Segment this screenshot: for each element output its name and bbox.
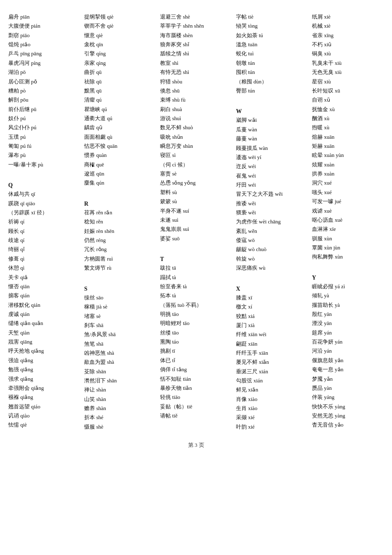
entry: 绮丽 qǐ bbox=[8, 245, 80, 254]
entry: 纤纤玉手 xiān bbox=[236, 349, 308, 358]
entry: 簌簌 sù bbox=[160, 197, 232, 206]
entry: 清癯 qú bbox=[84, 95, 156, 104]
entry: 揠苗助长 yà bbox=[312, 301, 384, 310]
entry: 字帖 tiè bbox=[236, 12, 308, 21]
entry: 掮客 qián bbox=[8, 291, 80, 300]
entry: 荏苒 rěn rǎn bbox=[84, 208, 156, 217]
entry: 恸哭 tòng bbox=[236, 21, 308, 31]
entry: 稔知 rěn bbox=[84, 217, 156, 226]
entry: 怂恿 sǒng yǒng bbox=[160, 178, 232, 187]
entry: 未遂 suì bbox=[160, 216, 232, 225]
entry: 体已 tǐ bbox=[160, 356, 232, 365]
entry: （伺 cì 候） bbox=[160, 160, 232, 169]
entry: 垂涎三尺 xián bbox=[236, 367, 308, 376]
section-header-R: R bbox=[84, 201, 156, 207]
entry: 跋拉 tā bbox=[160, 263, 232, 273]
entry: 百花争妍 yán bbox=[312, 337, 384, 346]
entry: 天堑 qiàn bbox=[8, 328, 80, 337]
entry: 机械 xiè bbox=[312, 21, 384, 31]
entry: 蜕化 tuì bbox=[236, 49, 308, 58]
entry: （另辟蹊 xī 径） bbox=[8, 208, 80, 217]
entry: 缲丝 sāo bbox=[84, 293, 156, 302]
entry: 覃菌 xùn jùn bbox=[312, 243, 384, 252]
entry: 教室 shì bbox=[160, 59, 232, 68]
entry: 山笑 shàn bbox=[84, 395, 156, 404]
entry: 伴装 yáng bbox=[312, 393, 384, 402]
entry: 慑服 shè bbox=[84, 422, 156, 432]
entry: 肖像 xiào bbox=[236, 395, 308, 404]
entry: 煞/杀风景 shā bbox=[84, 330, 156, 339]
entry: 崴脚 wǎi bbox=[236, 116, 308, 125]
entry: 生肖 xiào bbox=[236, 404, 308, 413]
entry: 狩猎 shòu bbox=[160, 77, 232, 86]
entry: 崔鬼 wéi bbox=[236, 171, 308, 180]
entry: 惬否 qiān bbox=[8, 282, 80, 291]
section-header-Y: Y bbox=[312, 275, 384, 281]
entry: 妥贴（帖）tiē bbox=[160, 402, 232, 411]
column-1: 扁舟 piān大腹便便 pián剽窃 piāo馄饨 piǎo乒乓 pīng pā… bbox=[8, 12, 80, 432]
blank-line bbox=[160, 243, 232, 253]
entry: 煞笔 shā bbox=[84, 339, 156, 349]
entry: 糟粕 pò bbox=[8, 86, 80, 95]
entry: 檄文 xí bbox=[236, 302, 308, 311]
entry: 繁文缛节 rù bbox=[84, 263, 156, 273]
entry: 勉强 qiǎng bbox=[8, 365, 80, 374]
entry: 奄奄一息 yǎn bbox=[312, 365, 384, 374]
entry: 风尘仆仆 pú bbox=[8, 123, 80, 132]
entry: 徇私舞弊 xùn bbox=[312, 252, 384, 261]
column-2: 提纲挈领 qiè锲而不舍 qiè惬意 qiè衾枕 qīn引擎 qíng亲家 qì… bbox=[84, 12, 156, 432]
entry: 洞穴 xué bbox=[312, 178, 384, 187]
section-header-T: T bbox=[160, 256, 232, 263]
entry: 推诿 wěi bbox=[236, 199, 308, 208]
column-5: 纸屑 xiè机械 xiè省亲 xīng不朽 xiǔ铜臭 xiù乳臭未干 xiù无… bbox=[312, 12, 384, 432]
entry: 瀑布 pù bbox=[8, 151, 80, 160]
entry: 塞责 sè bbox=[160, 169, 232, 178]
entry: 逡巡 qūn bbox=[84, 169, 156, 178]
entry: 无色无臭 xiù bbox=[312, 68, 384, 77]
entry: 通衢大道 qú bbox=[84, 114, 156, 123]
entry: 深恶痛疾 wù bbox=[236, 263, 308, 273]
entry: 奴仆 pú bbox=[8, 114, 80, 123]
entry: 凶神恶煞 shà bbox=[84, 349, 156, 358]
entry: 关卡 qiǎ bbox=[8, 273, 80, 282]
entry: 强求 qiǎng bbox=[8, 375, 80, 384]
entry: 杳无音信 yǎo bbox=[312, 420, 384, 429]
entry: 不朽 xiǔ bbox=[312, 40, 384, 49]
entry: 锲而不舍 qiè bbox=[84, 21, 156, 31]
entry: 有恃无恐 shì bbox=[160, 68, 232, 77]
entry: 瞿塘峡 qú bbox=[84, 105, 156, 114]
entry: 蹊跷 qī qiāo bbox=[8, 199, 80, 208]
entry: 滥急 tuān bbox=[236, 40, 308, 49]
entry: 莘莘学子 shēn shēn bbox=[160, 21, 232, 31]
entry: 呼天抢地 qiǎng bbox=[8, 346, 80, 356]
entry: 如火如荼 tú bbox=[236, 31, 308, 40]
entry: 炫耀 xuàn bbox=[312, 160, 384, 169]
entry: 面面相觑 qù bbox=[84, 133, 156, 142]
entry: 矩赫 xuān bbox=[312, 142, 384, 151]
entry: 拱券 xuàn bbox=[312, 169, 384, 178]
entry: 稼穑 jià sè bbox=[84, 302, 156, 311]
entry: （粮囤 dùn） bbox=[236, 77, 308, 86]
entry: 半身不遂 suí bbox=[160, 206, 232, 216]
entry: 歧途 qí bbox=[8, 236, 80, 245]
entry: 圩田 wéi bbox=[236, 180, 308, 190]
entry: 襁褓 qiǎng bbox=[8, 393, 80, 402]
entry: 明暗鲤对 tāo bbox=[160, 319, 232, 328]
page-number: 第 3 页 bbox=[8, 441, 384, 449]
entry: 翘首远望 qiáo bbox=[8, 402, 80, 411]
blank-line bbox=[236, 95, 308, 105]
entry: 乒乓 pīng pāng bbox=[8, 49, 80, 58]
entry: 快快不乐 yàng bbox=[312, 402, 384, 411]
entry: 赡养 shàn bbox=[84, 404, 156, 413]
entry: 戏谑 xuè bbox=[312, 206, 384, 216]
entry: 折本 shé bbox=[84, 413, 156, 422]
entry: 赝品 yàn bbox=[312, 384, 384, 393]
entry: 衾枕 qīn bbox=[84, 40, 156, 49]
entry: 屡见不鲜 xiǎn bbox=[236, 358, 308, 367]
entry: 逶迤 wēi yí bbox=[236, 153, 308, 162]
entry: 吸吮 shǔn bbox=[160, 133, 232, 142]
entry: 曲折 qū bbox=[84, 68, 156, 77]
entry: 瞬息万变 shùn bbox=[160, 142, 232, 151]
column-4: 字帖 tiè恸哭 tòng如火如荼 tú滥急 tuān蜕化 tuì朝墩 tún囤… bbox=[236, 12, 308, 432]
entry: （落拓 tuò 不羁） bbox=[160, 301, 232, 310]
